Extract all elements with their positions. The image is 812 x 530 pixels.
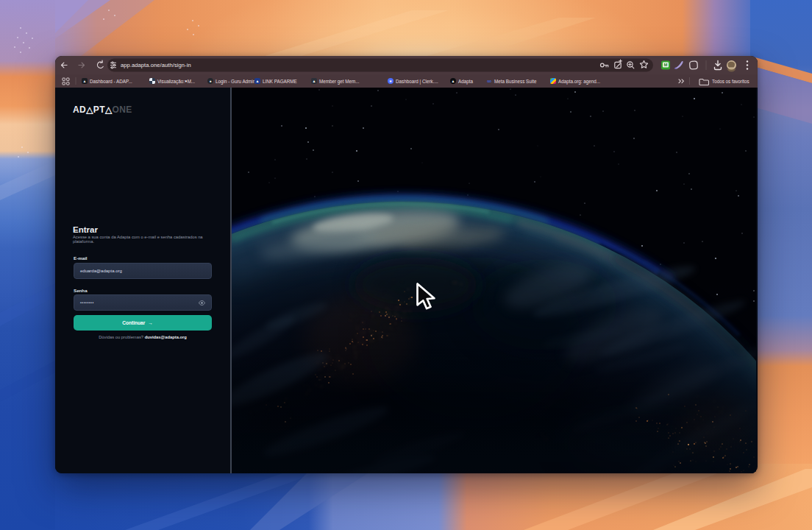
svg-text:M: M: [664, 63, 668, 67]
